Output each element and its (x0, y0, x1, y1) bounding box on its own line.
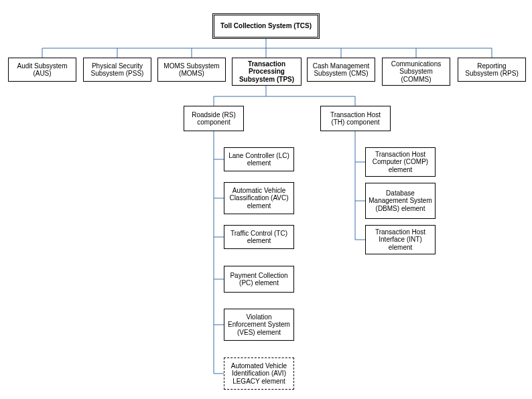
node-ves: Violation Enforcement System (VES) eleme… (224, 309, 294, 341)
node-pss: Physical Security Subsystem (PSS) (83, 58, 151, 82)
node-aus: Audit Subsystem (AUS) (8, 58, 76, 82)
node-int: Transaction Host Interface (INT) element (365, 225, 436, 254)
node-tc: Traffic Control (TC) element (224, 225, 294, 249)
node-th: Transaction Host (TH) component (320, 106, 391, 131)
node-avi-legacy: Automated Vehicle Identification (AVI) L… (224, 357, 294, 390)
node-cms: Cash Management Subsystem (CMS) (307, 58, 375, 82)
node-lc: Lane Controller (LC) element (224, 147, 294, 171)
node-tps: Transaction Processing Subsystem (TPS) (232, 58, 302, 86)
node-root: Toll Collection System (TCS) (212, 13, 320, 39)
node-moms: MOMS Subsystem (MOMS) (157, 58, 226, 82)
node-comms: Communications Subsystem (COMMS) (382, 58, 450, 86)
node-avc: Automatic Vehicle Classification (AVC) e… (224, 182, 294, 214)
node-pc: Payment Collection (PC) element (224, 266, 294, 293)
node-rs: Roadside (RS) component (184, 106, 244, 131)
node-dbms: Database Management System (DBMS) elemen… (365, 183, 436, 219)
node-rps: Reporting Subsystem (RPS) (458, 58, 526, 82)
node-comp: Transaction Host Computer (COMP) element (365, 147, 436, 177)
org-chart: Toll Collection System (TCS) Audit Subsy… (0, 0, 532, 399)
